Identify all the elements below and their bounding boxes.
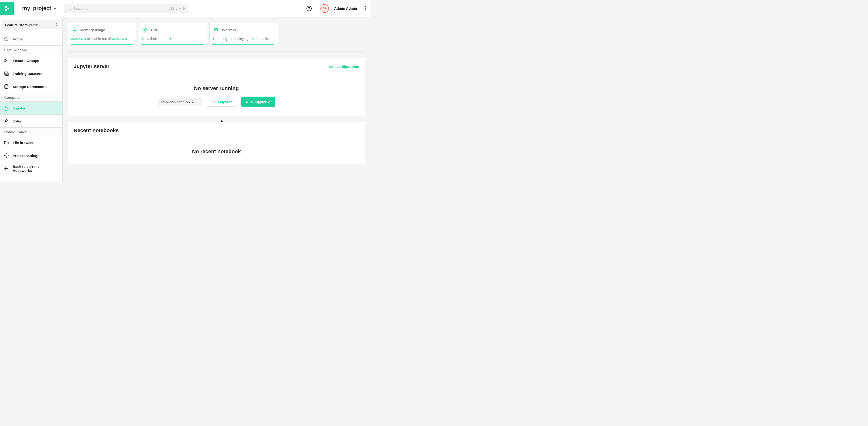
stat-workers-bar — [212, 45, 274, 46]
svg-rect-16 — [144, 29, 146, 31]
stat-cpu-bar — [142, 45, 204, 46]
nav-label: Feature Groups — [13, 59, 39, 63]
nav-label: Storage Connectors — [13, 85, 46, 89]
settings-icon — [4, 153, 9, 158]
jupyter-heading: Jupyter server — [74, 63, 110, 69]
storage-connectors-icon — [4, 84, 9, 89]
select-updown-icon — [192, 100, 194, 104]
nav-label: Jobs — [13, 119, 21, 123]
no-server-running-msg: No server running — [194, 85, 239, 91]
stat-memory-body: 22.59 GB available out of 22.59 GB — [71, 37, 133, 41]
nav-label: Back to current Hopsworks — [13, 165, 59, 173]
jupyter-icon — [4, 106, 9, 111]
svg-point-14 — [6, 155, 7, 156]
feature-store-profile-select[interactable]: Feature Store profile — [2, 20, 60, 29]
kebab-icon — [365, 5, 366, 11]
hopsworks-logo-icon — [4, 5, 10, 11]
open-jupyter-folder-button[interactable]: /Jupyter — [207, 97, 236, 107]
folder-icon — [211, 100, 216, 104]
svg-rect-15 — [73, 29, 76, 30]
stat-title: Workers — [222, 28, 236, 32]
stat-memory: Memory usage 22.59 GB available out of 2… — [68, 23, 136, 46]
nav-training-datasets[interactable]: Training Datasets — [0, 67, 62, 80]
edit-configuration-link[interactable]: edit configuration — [329, 64, 359, 68]
nav-feature-groups[interactable]: Feature Groups — [0, 54, 62, 67]
more-menu-button[interactable] — [363, 5, 367, 11]
app-logo[interactable] — [0, 2, 14, 15]
nav-file-browser[interactable]: File browser — [0, 136, 62, 149]
no-recent-notebook-msg: No recent notebook — [192, 148, 241, 154]
svg-point-6 — [309, 9, 309, 10]
nav-jupyter[interactable]: Jupyter — [0, 102, 62, 115]
section-compute: Compute — [0, 93, 62, 102]
cpu-icon — [142, 26, 149, 33]
search-wrap: Ctrl + P — [64, 4, 188, 13]
profile-select-label: Feature Store — [5, 23, 28, 27]
help-icon — [306, 6, 312, 11]
workers-icon — [213, 26, 220, 33]
stat-workers-body: 1 running - 0 deploying - 0 decomiss. — [213, 37, 275, 41]
nav-label: File browser — [13, 141, 34, 145]
svg-point-0 — [5, 6, 7, 8]
nav-home[interactable]: Home — [0, 33, 62, 46]
training-datasets-icon — [4, 71, 9, 76]
jobs-icon — [4, 118, 9, 124]
recent-notebooks-panel: Recent notebooks No recent notebook — [68, 122, 365, 164]
stat-memory-bar — [71, 45, 133, 46]
folder-icon — [4, 140, 9, 145]
profile-select-value: profile — [29, 23, 39, 27]
run-jupyter-button[interactable]: Run Jupyter ↗ — [241, 97, 275, 107]
recent-heading: Recent notebooks — [74, 127, 119, 134]
stat-cpu: CPU 5 available out of 5 — [138, 23, 207, 46]
search-shortcut-hint: Ctrl + P — [168, 6, 185, 11]
sidebar: Feature Store profile Home Feature Store… — [0, 17, 63, 182]
stat-title: Memory usage — [80, 28, 105, 32]
user-display-name: Admin Admin — [334, 6, 357, 10]
search-icon — [67, 6, 71, 11]
svg-point-20 — [215, 30, 216, 31]
user-avatar[interactable]: AA — [320, 4, 329, 13]
feature-groups-icon — [4, 58, 9, 63]
shutdown-label: shutdown after — [161, 100, 184, 104]
home-icon — [4, 36, 9, 41]
svg-point-1 — [7, 7, 9, 9]
svg-line-4 — [70, 9, 71, 9]
svg-point-19 — [215, 29, 216, 29]
svg-point-13 — [5, 85, 8, 86]
svg-rect-17 — [215, 29, 217, 30]
nav-jobs[interactable]: Jobs — [0, 115, 62, 127]
stats-row: Memory usage 22.59 GB available out of 2… — [68, 23, 365, 46]
nav-storage-connectors[interactable]: Storage Connectors — [0, 80, 62, 93]
nav-label: Jupyter — [13, 106, 26, 110]
stat-title: CPU — [151, 28, 159, 32]
stat-workers: Workers 1 running - 0 deploying - 0 deco… — [210, 23, 278, 46]
nav-label: Training Datasets — [13, 72, 42, 76]
svg-point-9 — [365, 9, 366, 10]
svg-point-3 — [68, 7, 70, 9]
svg-rect-18 — [215, 30, 217, 31]
nav-project-settings[interactable]: Project settings — [0, 149, 62, 162]
select-updown-icon — [56, 23, 58, 27]
main-content: Memory usage 22.59 GB available out of 2… — [63, 17, 370, 182]
avatar-initials: AA — [322, 7, 327, 10]
svg-point-8 — [365, 7, 366, 8]
project-switcher[interactable]: my_project — [17, 5, 60, 11]
button-label: Run Jupyter ↗ — [246, 100, 271, 104]
section-feature-store: Feature Store — [0, 46, 62, 54]
stat-cpu-body: 5 available out of 5 — [142, 37, 204, 41]
nav-label: Home — [13, 37, 23, 41]
button-label: /Jupyter — [218, 100, 231, 104]
chevron-down-icon — [53, 6, 57, 11]
back-arrow-icon — [4, 166, 9, 171]
section-configuration: Configuration — [0, 127, 62, 136]
help-button[interactable] — [305, 4, 313, 13]
topbar: my_project Ctrl + P AA Admin Admin — [0, 0, 370, 17]
shutdown-value: 6h — [186, 100, 190, 104]
nav-label: Project settings — [13, 154, 39, 158]
jupyter-server-panel: Jupyter server edit configuration No ser… — [68, 58, 365, 116]
svg-point-10 — [4, 59, 6, 61]
shutdown-after-select[interactable]: shutdown after 6h — [158, 97, 202, 106]
svg-point-2 — [5, 9, 7, 11]
memory-icon — [71, 26, 78, 33]
nav-back-to-hopsworks[interactable]: Back to current Hopsworks — [0, 162, 62, 175]
